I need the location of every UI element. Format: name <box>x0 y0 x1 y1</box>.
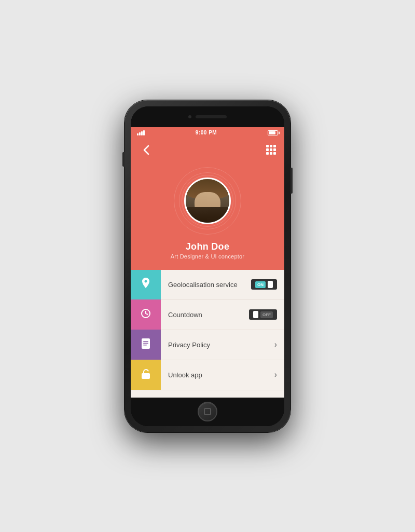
home-button[interactable] <box>198 402 217 421</box>
menu-item-geolocalisation[interactable]: Geolocalisation service ON <box>131 270 284 300</box>
svg-rect-5 <box>142 373 150 379</box>
geo-label: Geolocalisation service <box>161 281 251 289</box>
unlock-icon <box>141 369 150 381</box>
home-button-area <box>131 398 284 426</box>
privacy-label: Privacy Policy <box>161 341 274 349</box>
grid-dot <box>270 145 272 147</box>
menu-item-privacy[interactable]: Privacy Policy › <box>131 330 284 360</box>
location-icon <box>141 278 150 292</box>
geo-toggle[interactable]: ON <box>251 279 284 290</box>
status-bar: 9:00 PM <box>131 127 284 139</box>
grid-dot <box>273 148 276 151</box>
svg-rect-2 <box>143 341 148 342</box>
menu-list: Geolocalisation service ON <box>131 270 284 398</box>
clock-icon <box>141 308 151 321</box>
countdown-icon-box <box>131 299 161 330</box>
grid-dot <box>270 148 272 151</box>
privacy-icon-box <box>131 330 161 360</box>
grid-dot <box>266 152 269 155</box>
back-button[interactable] <box>139 143 154 157</box>
toggle-on-knob <box>268 281 273 288</box>
profile-title: Art Designer & UI conceptor <box>171 253 244 260</box>
countdown-toggle[interactable]: OFF <box>249 309 284 320</box>
toggle-off-knob <box>253 311 258 318</box>
grid-menu-button[interactable] <box>266 145 276 155</box>
svg-rect-3 <box>143 343 148 344</box>
unlock-label: Unlook app <box>161 371 274 379</box>
unlock-icon-box <box>131 360 161 390</box>
document-icon <box>142 338 150 351</box>
nav-header <box>131 139 284 159</box>
screen: 9:00 PM <box>131 127 284 398</box>
grid-dot <box>273 145 276 147</box>
phone-device: 9:00 PM <box>125 100 290 432</box>
countdown-label: Countdown <box>161 311 249 319</box>
grid-dot <box>270 152 272 155</box>
status-time: 9:00 PM <box>196 130 217 135</box>
camera-dot <box>188 115 191 118</box>
profile-name: John Doe <box>186 241 229 252</box>
battery-indicator <box>268 130 278 135</box>
unlock-chevron[interactable]: › <box>274 370 284 379</box>
toggle-off-indicator: OFF <box>260 311 273 318</box>
geo-icon-box <box>131 269 161 299</box>
menu-item-countdown[interactable]: Countdown OFF <box>131 300 284 330</box>
privacy-chevron[interactable]: › <box>274 340 284 349</box>
avatar <box>184 178 231 224</box>
speaker-grille <box>196 115 227 118</box>
grid-dot <box>273 152 276 155</box>
grid-dot <box>266 145 269 147</box>
chevron-right-icon: › <box>274 340 277 349</box>
toggle-on-indicator: ON <box>255 281 266 288</box>
menu-item-unlock[interactable]: Unlook app › <box>131 360 284 390</box>
home-square-icon <box>204 408 211 415</box>
phone-top-hardware <box>131 106 284 127</box>
profile-section: John Doe Art Designer & UI conceptor <box>131 159 284 270</box>
signal-bars <box>137 130 145 135</box>
grid-dot <box>266 148 269 151</box>
chevron-right-icon: › <box>274 370 277 379</box>
svg-rect-4 <box>143 345 147 346</box>
